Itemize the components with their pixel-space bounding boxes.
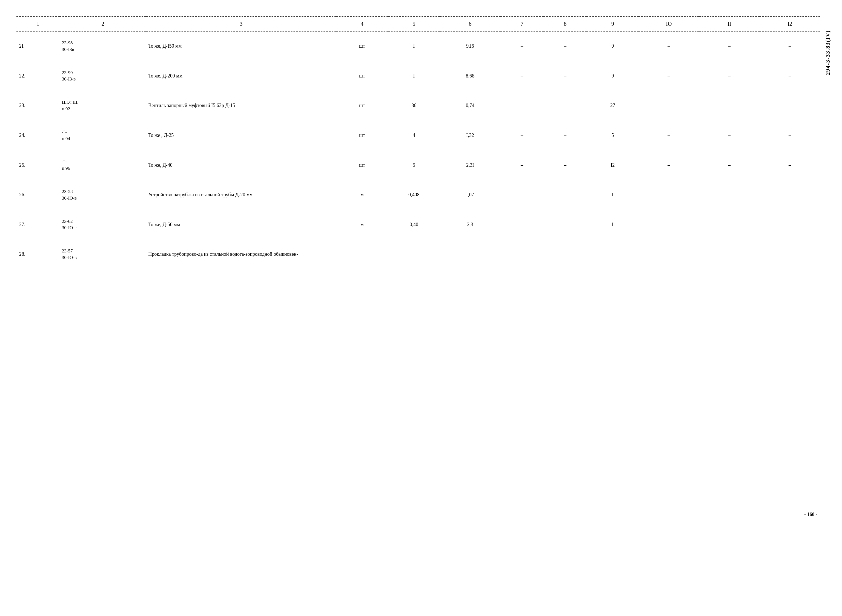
header-row: I 2 3 4 5 6 7 8 9 IO II I2 bbox=[16, 17, 820, 31]
header-col7: 7 bbox=[500, 17, 544, 31]
cell-r4-c3: шт bbox=[336, 150, 388, 175]
header-col5: 5 bbox=[388, 17, 440, 31]
cell-r1-c3: шт bbox=[336, 61, 388, 85]
cell-r4-c1: -"- п.96 bbox=[60, 150, 146, 175]
table-row: 24.-"- п.94То же , Д-25шт4I,32––5––– bbox=[16, 120, 820, 145]
table-row: 25.-"- п.96То же, Д-40шт52,3I––I2––– bbox=[16, 150, 820, 175]
cell-r3-c4: 4 bbox=[388, 120, 440, 145]
cell-r0-c6: – bbox=[500, 31, 544, 56]
cell-r1-c7: – bbox=[544, 61, 587, 85]
page-marker-bottom: - 160 - bbox=[804, 512, 817, 518]
row-spacer bbox=[16, 204, 820, 210]
header-col2: 2 bbox=[60, 17, 146, 31]
header-col8: 8 bbox=[544, 17, 587, 31]
cell-r7-c4 bbox=[388, 239, 440, 264]
cell-r0-c7: – bbox=[544, 31, 587, 56]
cell-r1-c1: 23-99 30-I3-в bbox=[60, 61, 146, 85]
cell-r4-c6: – bbox=[500, 150, 544, 175]
cell-r5-c4: 0,408 bbox=[388, 180, 440, 204]
row-spacer bbox=[16, 115, 820, 121]
cell-r4-c5: 2,3I bbox=[440, 150, 500, 175]
cell-r5-c3: м bbox=[336, 180, 388, 204]
cell-r7-c6 bbox=[500, 239, 544, 264]
cell-r5-c6: – bbox=[500, 180, 544, 204]
cell-r3-c1: -"- п.94 bbox=[60, 120, 146, 145]
cell-r4-c10: – bbox=[699, 150, 760, 175]
cell-r1-c0: 22. bbox=[16, 61, 60, 85]
cell-r2-c9: – bbox=[638, 91, 699, 115]
cell-r7-c5 bbox=[440, 239, 500, 264]
cell-r5-c10: – bbox=[699, 180, 760, 204]
cell-r7-c11 bbox=[760, 239, 820, 264]
header-col3: 3 bbox=[146, 17, 336, 31]
cell-r6-c8: I bbox=[587, 210, 638, 234]
cell-r6-c0: 27. bbox=[16, 210, 60, 234]
cell-r0-c2: То же, Д-I50 мм bbox=[146, 31, 336, 56]
cell-r1-c9: – bbox=[638, 61, 699, 85]
table-row: 23.Ц.I.ч.Ш. п.92Вентиль запорный муфтовы… bbox=[16, 91, 820, 115]
cell-r0-c10: – bbox=[699, 31, 760, 56]
cell-r4-c8: I2 bbox=[587, 150, 638, 175]
header-col12: I2 bbox=[760, 17, 820, 31]
table-row: 2I.23-98 30-I3вТо же, Д-I50 ммштI9,I6––9… bbox=[16, 31, 820, 56]
cell-r1-c8: 9 bbox=[587, 61, 638, 85]
table-row: 27.23-62 30-IO-гТо же, Д-50 ммм0,402,3––… bbox=[16, 210, 820, 234]
header-col9: 9 bbox=[587, 17, 638, 31]
cell-r3-c7: – bbox=[544, 120, 587, 145]
cell-r7-c1: 23-57 30-IO-в bbox=[60, 239, 146, 264]
cell-r7-c8 bbox=[587, 239, 638, 264]
header-col10: IO bbox=[638, 17, 699, 31]
cell-r7-c10 bbox=[699, 239, 760, 264]
row-spacer bbox=[16, 85, 820, 91]
cell-r6-c11: – bbox=[760, 210, 820, 234]
cell-r2-c5: 0,74 bbox=[440, 91, 500, 115]
cell-r2-c1: Ц.I.ч.Ш. п.92 bbox=[60, 91, 146, 115]
cell-r4-c4: 5 bbox=[388, 150, 440, 175]
cell-r6-c4: 0,40 bbox=[388, 210, 440, 234]
cell-r6-c6: – bbox=[500, 210, 544, 234]
cell-r0-c11: – bbox=[760, 31, 820, 56]
cell-r0-c0: 2I. bbox=[16, 31, 60, 56]
cell-r3-c2: То же , Д-25 bbox=[146, 120, 336, 145]
cell-r2-c4: 36 bbox=[388, 91, 440, 115]
header-col6: 6 bbox=[440, 17, 500, 31]
cell-r4-c2: То же, Д-40 bbox=[146, 150, 336, 175]
cell-r2-c11: – bbox=[760, 91, 820, 115]
header-col1: I bbox=[16, 17, 60, 31]
cell-r2-c10: – bbox=[699, 91, 760, 115]
row-spacer bbox=[16, 56, 820, 61]
cell-r6-c3: м bbox=[336, 210, 388, 234]
cell-r7-c7 bbox=[544, 239, 587, 264]
cell-r1-c10: – bbox=[699, 61, 760, 85]
cell-r2-c8: 27 bbox=[587, 91, 638, 115]
table-row: 22.23-99 30-I3-вТо же, Д-200 ммштI8,68––… bbox=[16, 61, 820, 85]
cell-r3-c10: – bbox=[699, 120, 760, 145]
cell-r3-c9: – bbox=[638, 120, 699, 145]
cell-r4-c0: 25. bbox=[16, 150, 60, 175]
cell-r3-c0: 24. bbox=[16, 120, 60, 145]
cell-r0-c3: шт bbox=[336, 31, 388, 56]
cell-r5-c8: I bbox=[587, 180, 638, 204]
cell-r5-c2: Устройство патруб-ка из стальной трубы Д… bbox=[146, 180, 336, 204]
cell-r4-c7: – bbox=[544, 150, 587, 175]
cell-r1-c11: – bbox=[760, 61, 820, 85]
table-row: 26.23-58 30-IO-вУстройство патруб-ка из … bbox=[16, 180, 820, 204]
cell-r6-c10: – bbox=[699, 210, 760, 234]
cell-r4-c11: – bbox=[760, 150, 820, 175]
cell-r5-c11: – bbox=[760, 180, 820, 204]
cell-r2-c3: шт bbox=[336, 91, 388, 115]
cell-r2-c0: 23. bbox=[16, 91, 60, 115]
cell-r3-c8: 5 bbox=[587, 120, 638, 145]
cell-r0-c9: – bbox=[638, 31, 699, 56]
cell-r5-c5: I,07 bbox=[440, 180, 500, 204]
row-spacer bbox=[16, 175, 820, 180]
cell-r0-c1: 23-98 30-I3в bbox=[60, 31, 146, 56]
cell-r5-c7: – bbox=[544, 180, 587, 204]
cell-r6-c2: То же, Д-50 мм bbox=[146, 210, 336, 234]
cell-r1-c4: I bbox=[388, 61, 440, 85]
header-col11: II bbox=[699, 17, 760, 31]
cell-r7-c3 bbox=[336, 239, 388, 264]
cell-r5-c1: 23-58 30-IO-в bbox=[60, 180, 146, 204]
cell-r4-c9: – bbox=[638, 150, 699, 175]
cell-r0-c4: I bbox=[388, 31, 440, 56]
